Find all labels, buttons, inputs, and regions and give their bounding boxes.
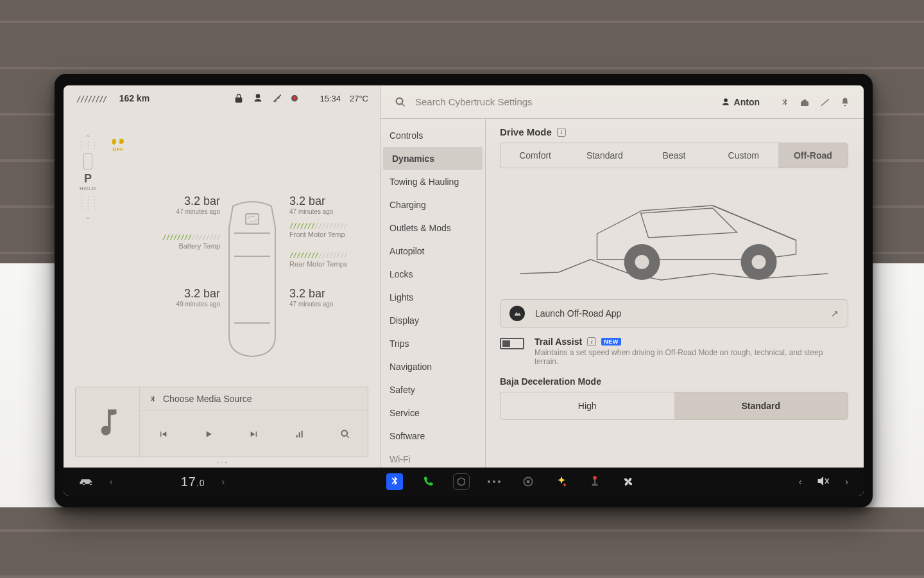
sidebar-item-safety[interactable]: Safety — [381, 378, 485, 401]
drive-mode-tab-off-road[interactable]: Off-Road — [778, 143, 848, 168]
media-prev-button[interactable] — [151, 423, 175, 446]
range-ticks-icon: //////// — [76, 94, 107, 103]
dock-phone-icon[interactable] — [420, 473, 436, 490]
dock-more-icon[interactable]: ••• — [486, 473, 503, 490]
baja-option-high[interactable]: High — [501, 392, 674, 419]
launch-offroad-button[interactable]: Launch Off-Road App ↗ — [500, 299, 848, 328]
sidebar-item-locks[interactable]: Locks — [381, 263, 485, 286]
tire-rl-value: 3.2 bar — [137, 287, 220, 301]
dock-chevron-left-icon[interactable]: ‹ — [110, 477, 113, 487]
dynamics-panel: Drive Mode i ComfortStandardBeastCustomO… — [486, 119, 864, 468]
drive-mode-tabs: ComfortStandardBeastCustomOff-Road — [500, 143, 848, 168]
drive-mode-tab-beast[interactable]: Beast — [639, 143, 708, 168]
settings-sidebar: ControlsDynamicsTowing & HaulingCharging… — [381, 119, 486, 468]
sidebar-item-display[interactable]: Display — [381, 309, 485, 332]
sidebar-item-trips[interactable]: Trips — [381, 332, 485, 355]
range-value: 162 km — [119, 93, 150, 103]
media-eq-button[interactable] — [288, 423, 311, 446]
dock-hex-icon[interactable] — [453, 473, 470, 490]
tire-fl-value: 3.2 bar — [137, 195, 220, 208]
vehicle-status-pane: //////// 162 km 15:34 27°C ⌃ · · ·· · ··… — [64, 85, 381, 468]
gear-letter: P — [75, 172, 101, 186]
signal-off-icon — [272, 93, 282, 103]
dock-mute-icon[interactable] — [817, 476, 830, 488]
trail-assist-desc: Maintains a set speed when driving in Of… — [535, 348, 848, 366]
svg-point-4 — [752, 255, 766, 269]
unlock-icon[interactable] — [234, 93, 244, 103]
sidebar-item-outlets-mods[interactable]: Outlets & Mods — [381, 216, 485, 240]
bluetooth-icon — [149, 395, 157, 403]
status-bar: //////// 162 km 15:34 27°C — [64, 85, 380, 111]
user-chip[interactable]: Anton — [721, 97, 760, 107]
svg-point-7 — [593, 476, 597, 480]
tire-rl-age: 49 minutes ago — [137, 301, 220, 308]
dock-chevron-right-icon[interactable]: › — [222, 477, 225, 487]
battery-temp-label: Battery Temp — [178, 242, 220, 250]
drive-mode-tab-standard[interactable]: Standard — [570, 143, 639, 168]
dock-climate-temp[interactable]: 17.0 — [181, 475, 205, 489]
sidebar-item-wi-fi[interactable]: Wi-Fi — [381, 448, 485, 468]
clock: 15:34 — [320, 94, 341, 103]
search-bar: Anton — [381, 85, 864, 119]
tire-rr-age: 47 minutes ago — [289, 301, 373, 308]
media-play-button[interactable] — [197, 423, 220, 446]
search-input[interactable] — [414, 96, 714, 108]
media-next-button[interactable] — [243, 423, 266, 446]
dock-vol-up-icon[interactable]: › — [845, 477, 848, 487]
sidebar-item-dynamics[interactable]: Dynamics — [383, 147, 483, 170]
trail-assist-toggle[interactable] — [500, 338, 524, 349]
drive-mode-tab-custom[interactable]: Custom — [709, 143, 778, 168]
baja-option-standard[interactable]: Standard — [674, 392, 848, 419]
media-source-picker[interactable]: Choose Media Source — [140, 387, 368, 411]
dock-sparkle-icon[interactable] — [553, 473, 570, 490]
tire-fr-age: 47 minutes ago — [289, 208, 373, 215]
sidebar-item-autopilot[interactable]: Autopilot — [381, 240, 485, 263]
sentry-record-icon[interactable] — [291, 95, 298, 101]
bluetooth-tray-icon[interactable] — [780, 98, 789, 107]
svg-rect-9 — [592, 484, 598, 486]
trail-assist-title: Trail Assist — [535, 337, 582, 347]
info-icon[interactable]: i — [557, 128, 566, 137]
sidebar-item-lights[interactable]: Lights — [381, 286, 485, 309]
rear-motor-temp-bars: //////////////// — [289, 251, 347, 259]
dock-joystick-icon[interactable] — [586, 473, 603, 490]
bell-icon[interactable] — [841, 97, 850, 107]
sidebar-item-service[interactable]: Service — [381, 401, 485, 425]
info-icon[interactable]: i — [587, 337, 596, 346]
music-note-icon — [96, 407, 119, 437]
rear-motor-temp-label: Rear Motor Temps — [289, 260, 347, 268]
dock-camera-icon[interactable] — [520, 473, 536, 490]
tire-fr-value: 3.2 bar — [289, 195, 373, 208]
tire-fl-age: 47 minutes ago — [137, 208, 220, 215]
page-dots: • ─ • — [64, 459, 380, 466]
svg-rect-8 — [595, 479, 596, 484]
media-art[interactable] — [76, 387, 140, 457]
traction-off-icon: OFF — [112, 137, 124, 153]
baja-segmented: HighStandard — [500, 392, 848, 420]
driver-profile-icon[interactable] — [253, 93, 263, 103]
svg-point-3 — [635, 255, 649, 269]
new-badge: NEW — [601, 338, 621, 346]
sidebar-item-software[interactable]: Software — [381, 425, 485, 448]
tire-rr-value: 3.2 bar — [289, 287, 373, 301]
dock-car-icon[interactable] — [79, 477, 93, 487]
drive-mode-tab-comfort[interactable]: Comfort — [501, 143, 570, 168]
search-icon — [395, 96, 406, 108]
gear-hold-label: HOLD — [75, 186, 101, 191]
cell-off-icon — [820, 98, 830, 107]
offroad-illustration — [499, 177, 850, 293]
sidebar-item-charging[interactable]: Charging — [381, 193, 485, 216]
baja-title: Baja Deceleration Mode — [500, 376, 848, 387]
homelink-icon[interactable] — [800, 98, 810, 107]
front-motor-temp-label: Front Motor Temp — [289, 231, 345, 238]
settings-pane: Anton ControlsDynamicsTowing & HaulingCh… — [381, 85, 864, 468]
dock-vol-down-icon[interactable]: ‹ — [799, 477, 802, 487]
media-search-button[interactable] — [334, 423, 357, 446]
sidebar-item-navigation[interactable]: Navigation — [381, 355, 485, 378]
dock-fan-icon[interactable] — [620, 473, 637, 490]
sidebar-item-towing-hauling[interactable]: Towing & Hauling — [381, 170, 485, 193]
user-icon — [721, 98, 730, 107]
sidebar-item-controls[interactable]: Controls — [381, 124, 485, 147]
dock-bluetooth-icon[interactable] — [386, 473, 403, 490]
car-top-icon — [83, 153, 92, 170]
